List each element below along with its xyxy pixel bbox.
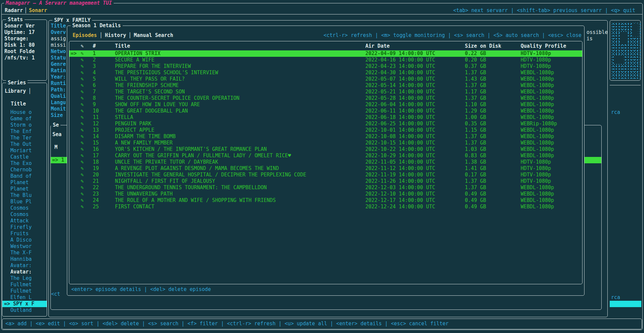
series-item[interactable]: Game of [4,116,47,122]
series-item[interactable]: Chernob [4,167,47,173]
episode-row[interactable]: ✎13PROJECT APPLE2022-10-01 14:00:00 UTC1… [69,127,582,133]
series-item[interactable]: Westwor [4,243,47,250]
episode-row[interactable]: ✎5WILL THEY PASS OR FAIL?2022-05-07 14:0… [69,76,582,82]
episode-row[interactable]: ✎2SECURE A WIFE2022-04-16 14:00:00 UTC0.… [69,57,582,63]
series-item[interactable]: Planet [4,179,47,186]
edit-pencil-icon: ✎ [81,101,84,108]
episode-size: 1.37 GB [465,82,486,89]
tab-history[interactable]: History [105,32,126,39]
overview-text-fragment: is [587,36,593,42]
series-item[interactable]: Cosmos [4,211,47,218]
episode-row[interactable]: ✎12PENGUIN PARK2022-06-25 14:00:00 UTC0.… [69,121,582,127]
episode-title: THE GREAT DODGEBALL PLAN [115,108,188,114]
episode-size: 1.15 GB [465,127,486,133]
episode-air-date: 2022-12-17 14:00:00 UTC [365,197,435,204]
episode-number: 16 [93,146,99,153]
series-item[interactable]: Outland [4,307,47,314]
episode-row[interactable]: ✎6THE FRIENDSHIP SCHEME2022-05-14 14:00:… [69,82,582,89]
edit-pencil-icon: ✎ [81,89,84,95]
episode-title: NIGHTFALL / FIRST FIT OF JEALOUSY [115,178,215,184]
edit-pencil-icon: ✎ [81,146,84,153]
series-item[interactable]: Moriart [4,148,47,154]
series-item[interactable]: House o [4,109,47,116]
series-item[interactable]: The X-F [4,250,47,256]
episode-row[interactable]: ✎11STELLA2022-06-18 14:00:00 UTC1.00 GBW… [69,114,582,121]
episode-title: PENGUIN PARK [115,121,151,127]
series-item[interactable]: Blue Pl [4,199,47,205]
tab-radarr[interactable]: Radarr [5,7,23,14]
series-item[interactable]: Firefly [4,224,47,231]
episode-row[interactable]: ✎15A NEW FAMILY MEMBER2022-10-15 14:00:0… [69,140,582,146]
episode-air-date: 2022-05-21 14:00:00 UTC [365,89,435,95]
series-item[interactable]: Cosmos [4,205,47,211]
episode-number: 19 [93,165,99,172]
series-item[interactable]: Castle [4,154,47,160]
episode-number: 22 [93,184,99,191]
episode-quality: WEBDL-1080p [521,153,554,159]
series-item[interactable]: A Disco [4,237,47,243]
series-field-label: Langu [51,99,67,106]
episode-size: 1.43 GB [465,76,486,82]
episode-row[interactable]: ✎14DISARM THE TIME BOMB2022-10-08 14:00:… [69,133,582,140]
episode-number: 2 [93,57,96,63]
series-item[interactable]: The Out [4,141,47,148]
episode-size: 1.37 GB [465,178,486,184]
series-item[interactable]: Fruits [4,231,47,237]
edit-pencil-icon: ✎ [81,50,84,57]
series-item[interactable]: The Enf [4,128,47,135]
series-item[interactable]: The Exo [4,160,47,167]
tab-episodes[interactable]: Episodes [73,32,97,39]
episode-row[interactable]: ✎17CARRY OUT THE GRIFFIN PLAN / FULLMETA… [69,153,582,159]
episode-row[interactable]: ✎18UNCLE THE PRIVATE TUTOR / DAYBREAK202… [69,159,582,165]
episode-row[interactable]: ✎20INVESTIGATE THE GENERAL HOSPITAL / DE… [69,172,582,178]
episode-row[interactable]: ✎10THE GREAT DODGEBALL PLAN2022-06-11 14… [69,108,582,114]
episode-row[interactable]: =>✎1OPERATION STRIX2022-04-09 14:00:00 U… [69,50,582,57]
episode-number: 15 [93,140,99,146]
episode-row[interactable]: ✎19A REVENGE PLOT AGAINST DESMOND / MAMA… [69,165,582,172]
library-text-fragment: rca [611,109,620,116]
episode-row[interactable]: ✎24THE ROLE OF A MOTHER AND WIFE / SHOPP… [69,197,582,204]
season-keybinds: <ctrl-r> refresh | <m> toggle monitoring… [323,32,581,39]
episode-row[interactable]: ✎3PREPARE FOR THE INTERVIEW2022-04-23 14… [69,63,582,70]
episode-row[interactable]: ✎25FIRST CONTACT2022-12-24 14:00:00 UTC0… [69,204,582,210]
episode-row[interactable]: ✎21NIGHTFALL / FIRST FIT OF JEALOUSY2022… [69,178,582,184]
tab-manual-search[interactable]: Manual Search [134,32,173,39]
app-title: Managarr — A Servarr management TUI [4,0,114,6]
series-item[interactable]: The Leg [4,275,47,282]
series-item[interactable]: Attack [4,218,47,224]
tab-library[interactable]: Library [5,88,26,94]
series-item[interactable]: Elfen L [4,294,47,301]
episode-row[interactable]: ✎22THE UNDERGROUND TENNIS TOURNAMENT: TH… [69,184,582,191]
episode-row[interactable]: ✎16YOR'S KITCHEN / THE INFORMANT'S GREAT… [69,146,582,153]
series-item[interactable]: Band of [4,173,47,179]
series-item[interactable]: Fullmet [4,288,47,294]
series-panel-title: Series [6,80,28,86]
episode-quality: WEBDL-1080p [521,101,554,108]
series-item[interactable]: The Ter [4,135,47,141]
series-item-selected[interactable]: => SPY x F [2,301,47,307]
series-item[interactable]: Planet [4,186,47,192]
episodes-header-title: Title [115,43,130,49]
episode-air-date: 2022-10-29 14:00:00 UTC [365,153,435,159]
series-item[interactable]: Hanniba [4,256,47,262]
stats-line: /nfs/tv: 1 [4,55,45,61]
series-item[interactable]: Avatar: [4,269,47,275]
edit-pencil-icon: ✎ [81,133,84,140]
tab-sonarr[interactable]: Sonarr [29,7,47,14]
episode-number: 17 [93,153,99,159]
series-item[interactable]: Storm o [4,122,47,128]
episode-row[interactable]: ✎8THE COUNTER-SECRET POLICE COVER OPERAT… [69,95,582,101]
episode-row[interactable]: ✎7THE TARGET'S SECOND SON2022-05-21 14:0… [69,89,582,95]
series-item[interactable]: Fullmet [4,282,47,288]
episode-quality: WEBDL-1080p [521,76,554,82]
series-item[interactable]: Avatar: [4,262,47,269]
episode-row[interactable]: ✎4THE PRESTIGIOUS SCHOOL'S INTERVIEW2022… [69,70,582,76]
edit-pencil-icon: ✎ [81,184,84,191]
episode-quality: HDTV-1080p [521,57,551,63]
episode-row[interactable]: ✎23THE UNWAVERING PATH2022-12-10 14:00:0… [69,191,582,197]
episode-row[interactable]: ✎9SHOW OFF HOW IN LOVE YOU ARE2022-06-04… [69,101,582,108]
episode-title: OPERATION STRIX [115,50,160,57]
series-item[interactable]: The Blu [4,192,47,199]
episode-air-date: 2022-10-15 14:00:00 UTC [365,140,435,146]
header-divider [1,14,643,14]
